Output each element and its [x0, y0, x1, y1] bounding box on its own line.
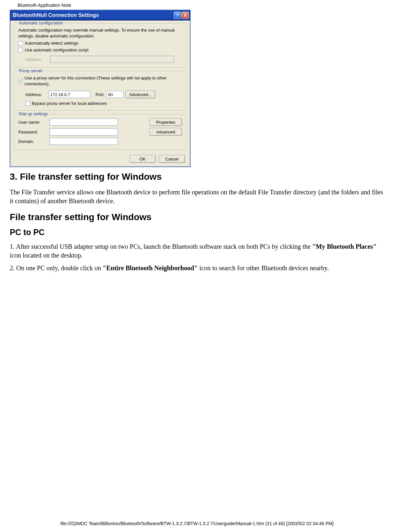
close-button[interactable]: X: [182, 12, 189, 19]
checkbox-auto-detect[interactable]: [18, 41, 23, 46]
group-proxy: Proxy server ✓ Use a proxy server for th…: [14, 71, 186, 111]
group-legend: Dial-up settings: [18, 111, 49, 116]
page-header: Bluetooth Application Note: [10, 0, 387, 10]
group-dialup: Dial-up settings User name: Properties P…: [14, 114, 186, 150]
input-proxy-port[interactable]: [106, 91, 123, 98]
input-username[interactable]: [49, 119, 118, 126]
label-bypass-local: Bypass proxy server for local addresses: [32, 101, 107, 106]
cancel-button[interactable]: Cancel: [159, 155, 185, 163]
help-button[interactable]: ?: [174, 12, 181, 19]
heading-file-transfer: File transfer setting for Windows: [10, 212, 387, 222]
titlebar: BluetoothNull Connection Settings ? X: [10, 10, 190, 21]
close-icon: X: [184, 12, 187, 18]
heading-pc-to-pc: PC to PC: [10, 228, 387, 237]
label-use-proxy: Use a proxy server for this connection (…: [24, 75, 182, 87]
label-proxy-port: Port:: [92, 92, 105, 97]
checkbox-bypass-local[interactable]: [25, 101, 30, 106]
dialog-connection-settings: BluetoothNull Connection Settings ? X Au…: [10, 10, 190, 167]
para-intro: The File Transfer service allows one Blu…: [10, 188, 387, 205]
input-script-address: [50, 56, 174, 63]
properties-button[interactable]: Properties: [149, 118, 182, 126]
input-domain[interactable]: [49, 138, 118, 145]
footer-path: file:///D|/MDC Team/Billionton/Bluetooth…: [0, 521, 394, 526]
label-proxy-address: Address:: [25, 92, 47, 97]
auto-desc: Automatic configuration may override man…: [18, 27, 182, 39]
label-password: Password:: [18, 130, 48, 134]
group-automatic-config: Automatic configuration Automatic config…: [14, 23, 186, 68]
input-proxy-address[interactable]: [49, 91, 90, 98]
checkbox-auto-script[interactable]: [18, 48, 23, 52]
help-icon: ?: [176, 12, 179, 18]
heading-section-3: 3. File transfer setting for Windows: [10, 172, 387, 182]
para-step1: 1. After successful USB adapter setup on…: [10, 242, 387, 260]
label-domain: Domain:: [18, 139, 48, 144]
ok-button[interactable]: OK: [130, 155, 156, 163]
advanced-dialup-button[interactable]: Advanced: [149, 128, 182, 136]
label-username: User name:: [18, 120, 48, 125]
window-title: BluetoothNull Connection Settings: [13, 12, 174, 18]
input-password[interactable]: [49, 128, 118, 135]
label-auto-script: Use automatic configuration script: [25, 48, 89, 52]
checkbox-use-proxy[interactable]: ✓: [18, 79, 22, 83]
para-step2: 2. On one PC only, double click on "Enti…: [10, 264, 387, 273]
advanced-proxy-button[interactable]: Advanced...: [125, 91, 155, 98]
label-address-disabled: Address: [25, 57, 48, 62]
group-legend: Automatic configuration: [18, 21, 64, 25]
group-legend: Proxy server: [18, 68, 44, 73]
label-auto-detect: Automatically detect settings: [25, 41, 78, 46]
